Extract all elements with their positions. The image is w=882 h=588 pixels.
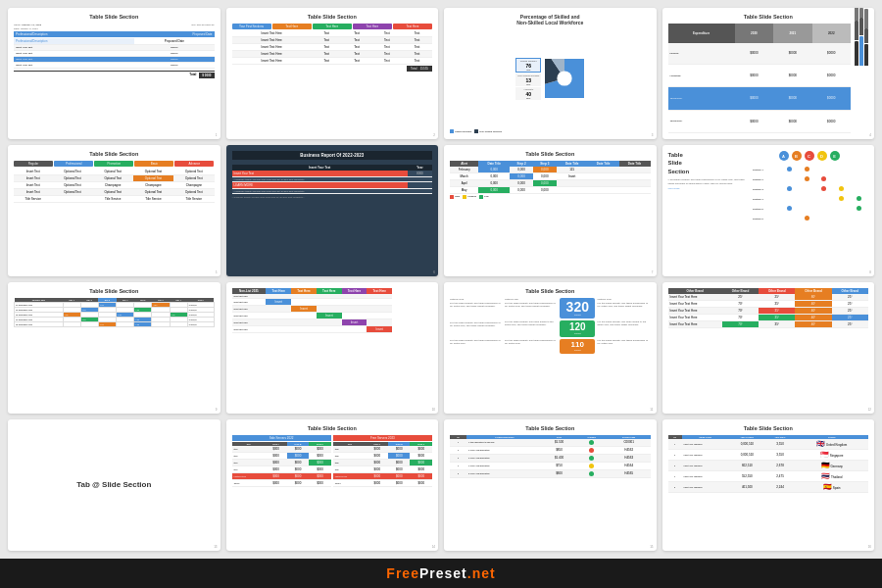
slide-6[interactable]: Business Report Of 2022-2023 Insert Your… — [226, 145, 439, 276]
pie-chart-svg — [545, 59, 584, 98]
slide-2-title: Table Slide Section — [232, 14, 433, 21]
watermark-preset: Preset — [419, 565, 467, 581]
svg-point-3 — [558, 71, 572, 85]
slide-8[interactable]: TableSlideSection A wonderful serenity h… — [662, 145, 875, 276]
watermark-free: Free — [386, 565, 419, 581]
slide-7-table: Alert Date Title Step 2 Step 3 Date Titl… — [450, 161, 651, 194]
slide-2[interactable]: Table Slide Section Your First Sections … — [226, 8, 439, 139]
slide-15-table: No Product/Description Price Available P… — [450, 435, 651, 478]
slide-14[interactable]: Table Slide Section Sale Servers 2022 Ti… — [226, 419, 439, 551]
slide-3-title: Percentage of Skilled andNon-Skilled Loc… — [450, 14, 651, 25]
slide-9[interactable]: Table Slide Section Calendar date Day 1 … — [8, 282, 220, 414]
slide-11[interactable]: Table Slide Section Options One For the … — [444, 282, 657, 414]
slide-16-table: No Name-Arrival Last 24 Hours Last 7Days… — [668, 435, 869, 493]
slide-16-title: Table Slide Section — [668, 425, 869, 432]
slide-3[interactable]: Percentage of Skilled andNon-Skilled Loc… — [444, 8, 657, 139]
slide-1-info: Name: January 11, 2023 ID#: 000-00-0000-… — [14, 24, 215, 26]
slide-6-table: Insert Your TextYear Insert Your Text000… — [232, 165, 433, 194]
slide-7-title: Table Slide Section — [450, 151, 651, 158]
slide-12[interactable]: Other Brand Other Brand Other Brand Othe… — [662, 282, 875, 414]
slide-14-table1: TitlePrice APrice BPrice C Item$000$000$… — [232, 442, 331, 487]
slide-1-table: Professional/DescriptionProposed Date In… — [14, 38, 215, 69]
slide-10-left-table: Non-List 2025Text HereText HereText Here… — [232, 288, 393, 333]
watermark-text: FreePreset.net — [386, 565, 495, 581]
slide-6-title: Business Report Of 2022-2023 — [232, 151, 433, 160]
watermark-net: .net — [467, 565, 496, 581]
slide-8-text: TableSlideSection A wonderful serenity h… — [668, 151, 748, 270]
slide-10[interactable]: Non-List 2025Text HereText HereText Here… — [226, 282, 439, 414]
slide-4-table: Expenditure202020212022 Finance$0000$000… — [668, 24, 852, 133]
slide-7[interactable]: Table Slide Section Alert Date Title Ste… — [444, 145, 657, 276]
slide-4[interactable]: Table Slide Section Expenditure202020212… — [662, 8, 875, 139]
watermark-bar: FreePreset.net — [0, 559, 882, 588]
slide-14-table2: TitlePrice APrice BPrice C Item$000$000$… — [333, 442, 432, 487]
slide-9-table: Calendar date Day 1 Day 2 Day 3 Day 4 Da… — [14, 298, 215, 327]
slide-14-title: Table Slide Section — [232, 425, 433, 432]
bar-chart — [855, 24, 868, 68]
slide-13[interactable]: Tab @ Slide Section 13 — [8, 419, 220, 551]
slide-13-title: Tab @ Slide Section — [76, 479, 151, 490]
slide-5-title: Table Slide Section — [14, 151, 215, 158]
slide-12-table: Other Brand Other Brand Other Brand Othe… — [668, 288, 869, 328]
slide-1-title: Table Slide Section — [14, 14, 215, 21]
slide-1[interactable]: Table Slide Section Name: January 11, 20… — [8, 8, 220, 139]
slide-5[interactable]: Table Slide Section Regular Professional… — [8, 145, 220, 276]
slide-15[interactable]: Table Slide Section No Product/Descripti… — [444, 419, 657, 551]
slide-15-title: Table Slide Section — [450, 425, 651, 432]
slides-grid: Table Slide Section Name: January 11, 20… — [0, 0, 882, 559]
slide-9-title: Table Slide Section — [14, 288, 215, 295]
slide-16[interactable]: Table Slide Section No Name-Arrival Last… — [662, 419, 875, 551]
slide-5-table: Insert TextOptional TextOptional TextOpt… — [14, 169, 215, 203]
slide-2-table: Insert Text HereTextTextTextText Insert … — [232, 30, 433, 65]
slide-4-title: Table Slide Section — [668, 14, 869, 21]
slide-11-title: Table Slide Section — [450, 288, 651, 295]
